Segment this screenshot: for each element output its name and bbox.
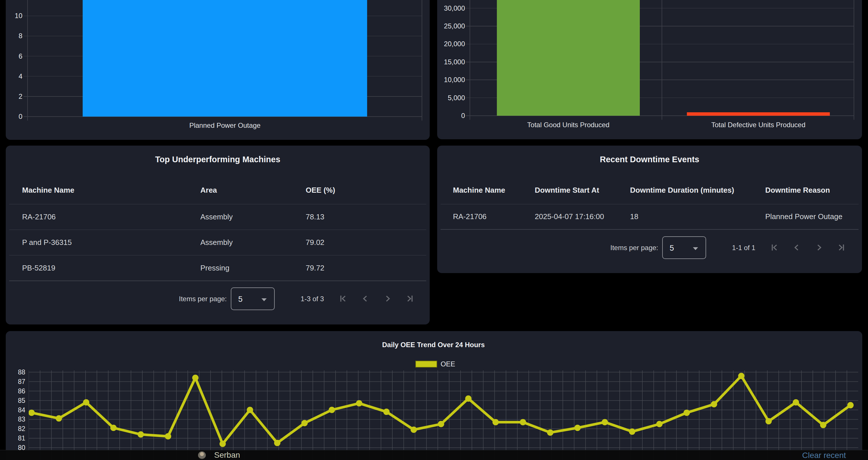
table-cell: Planned Power Outage	[765, 212, 842, 221]
data-point	[192, 375, 198, 381]
axis-tick-label: 81	[6, 434, 25, 442]
avatar	[198, 451, 206, 459]
data-point	[520, 419, 526, 425]
taskbar-item-user[interactable]: Serban	[98, 450, 161, 460]
divider	[9, 255, 426, 255]
table-cell: 2025-04-07 17:16:00	[535, 212, 604, 221]
items-per-page-label: Items per page:	[538, 244, 658, 252]
axis-tick-label: 85	[6, 397, 25, 405]
divider	[441, 204, 859, 205]
divider	[9, 229, 426, 230]
data-point	[547, 429, 553, 436]
first-page-button[interactable]	[768, 241, 781, 254]
axis-tick-label: 30,000	[437, 4, 465, 12]
taskbar-user-label: Serban	[214, 451, 240, 459]
next-page-button[interactable]	[813, 241, 825, 254]
axis-tick	[466, 8, 470, 9]
last-page-button[interactable]	[835, 241, 848, 254]
axis-tick-label: 6	[6, 52, 22, 61]
first-page-icon	[769, 242, 780, 253]
chart-title: Daily OEE Trend Over 24 Hours	[347, 340, 520, 349]
data-point	[601, 419, 608, 425]
axis-tick-label: 10	[6, 11, 22, 20]
data-point	[847, 402, 854, 408]
axis-tick-label: 4	[6, 72, 22, 81]
table-row: P and P-36315Assembly79.02	[6, 229, 430, 255]
axis-tick	[466, 62, 470, 62]
page-size-value: 5	[238, 295, 243, 304]
data-point	[629, 428, 635, 435]
data-point	[738, 373, 745, 379]
gridline-vertical	[422, 0, 422, 121]
line-chart-oee-trend	[29, 370, 858, 460]
data-point	[329, 407, 335, 413]
y-axis-tick-labels: 888786858483828180	[6, 331, 29, 460]
axis-tick-label: 0	[437, 112, 465, 120]
data-point	[110, 425, 117, 431]
data-point	[247, 407, 253, 413]
previous-page-button[interactable]	[790, 241, 803, 254]
page-size-select[interactable]: 5	[231, 287, 275, 310]
axis-tick-label: 15,000	[437, 58, 465, 66]
data-point	[29, 409, 35, 416]
data-point	[220, 441, 226, 447]
last-page-button[interactable]	[404, 292, 416, 305]
recent-downtime-events-card: Recent Downtime Events Machine Name Down…	[437, 146, 862, 273]
axis-tick	[24, 36, 28, 36]
table-row: RA-217062025-04-07 17:16:0018Planned Pow…	[437, 204, 862, 229]
table-cell: 78.13	[306, 213, 324, 221]
data-point	[493, 419, 499, 425]
production-units-chart-card: 05,00010,00015,00020,00025,00030,000Tota…	[437, 0, 862, 139]
axis-tick-label: 88	[6, 368, 25, 376]
axis-tick-label: 87	[6, 377, 25, 386]
data-point	[766, 418, 772, 424]
axis-tick	[24, 116, 28, 117]
paginator: Items per page: 5 1-3 of 3	[6, 287, 430, 310]
data-point	[356, 400, 362, 407]
first-page-button[interactable]	[337, 292, 349, 305]
data-point	[410, 427, 417, 433]
table-cell: RA-21706	[453, 212, 487, 221]
divider	[9, 280, 426, 281]
clear-recent-link[interactable]: Clear recent	[802, 451, 846, 460]
table-cell: 79.02	[306, 238, 324, 247]
data-point	[301, 420, 308, 426]
table-cell: PB-52819	[22, 264, 55, 272]
category-label: Total Good Units Produced	[497, 121, 640, 129]
table-cell: P and P-36315	[22, 238, 72, 247]
axis-tick	[466, 98, 470, 98]
data-point	[165, 433, 172, 440]
axis-tick-label: 2	[6, 92, 22, 101]
page-range-label: 1-3 of 3	[290, 295, 335, 303]
previous-page-button[interactable]	[359, 292, 372, 305]
gridline-vertical	[27, 0, 28, 121]
divider	[441, 229, 859, 230]
axis-tick	[466, 80, 470, 80]
bar-planned-power-outage	[83, 0, 367, 117]
legend-swatch-oee	[415, 361, 437, 368]
chevron-right-icon	[382, 294, 393, 304]
page-size-select[interactable]: 5	[662, 236, 706, 259]
axis-tick-label: 0	[6, 112, 22, 121]
data-point	[711, 401, 717, 407]
data-point	[83, 399, 89, 405]
data-point	[820, 422, 826, 428]
data-point	[683, 409, 690, 416]
bar-chart-downtime-by-reason: 0246810Planned Power Outage	[6, 0, 430, 140]
next-page-button[interactable]	[381, 292, 394, 305]
axis-tick-label: 84	[6, 406, 25, 414]
axis-tick-label: 5,000	[437, 94, 465, 102]
first-page-icon	[338, 294, 348, 304]
table-cell: 18	[630, 212, 639, 221]
chevron-down-icon	[693, 247, 698, 250]
axis-tick-label: 83	[6, 415, 25, 423]
axis-tick	[24, 16, 28, 17]
legend-label: OEE	[441, 360, 455, 368]
bar-total-defective-units-produced	[687, 112, 830, 116]
data-point	[575, 425, 581, 431]
table-cell: Assembly	[200, 213, 233, 221]
underperforming-machines-card: Top Underperforming Machines Machine Nam…	[6, 146, 430, 325]
data-point	[465, 395, 472, 402]
axis-tick-label: 10,000	[437, 75, 465, 84]
last-page-icon	[405, 294, 415, 304]
